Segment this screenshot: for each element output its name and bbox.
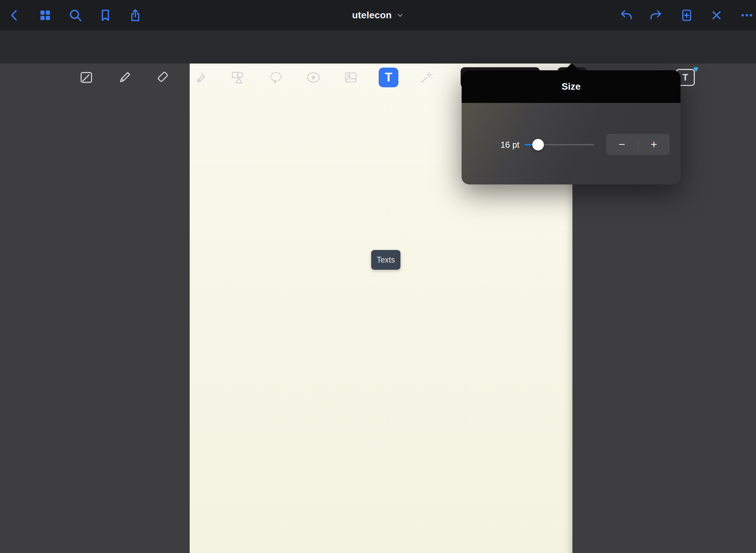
eraser-icon bbox=[155, 70, 171, 85]
more-button[interactable] bbox=[736, 4, 756, 26]
text-tool-icon: T bbox=[385, 71, 392, 84]
close-button[interactable] bbox=[706, 4, 727, 26]
page-thumbnails-button[interactable] bbox=[34, 4, 56, 26]
image-tool[interactable] bbox=[340, 67, 362, 88]
text-tool[interactable]: T bbox=[379, 68, 398, 87]
image-icon bbox=[343, 70, 359, 85]
back-button[interactable] bbox=[4, 4, 25, 26]
redo-button[interactable] bbox=[645, 4, 667, 26]
size-popover-header: Size bbox=[462, 70, 681, 103]
title-menu-button[interactable] bbox=[396, 12, 404, 19]
increase-size-button[interactable]: + bbox=[638, 134, 670, 155]
undo-button[interactable] bbox=[615, 4, 637, 26]
size-popover: Size 16 pt − + bbox=[462, 70, 681, 184]
size-stepper: − + bbox=[606, 134, 670, 155]
share-button[interactable] bbox=[124, 4, 146, 26]
search-icon bbox=[68, 8, 83, 23]
more-ellipsis-icon bbox=[740, 8, 754, 22]
size-popover-body: 16 pt − + bbox=[462, 103, 681, 184]
thumbnails-grid-icon bbox=[38, 8, 52, 22]
elements-tool[interactable] bbox=[303, 67, 324, 88]
decrease-size-button[interactable]: − bbox=[606, 134, 638, 155]
add-page-icon bbox=[680, 8, 694, 22]
lasso-tool[interactable] bbox=[265, 67, 287, 88]
eraser-tool[interactable] bbox=[152, 67, 174, 88]
reader-mode-tool[interactable] bbox=[75, 67, 97, 88]
highlighter-tool[interactable] bbox=[190, 67, 211, 88]
pen-tool[interactable] bbox=[114, 67, 136, 88]
popover-arrow bbox=[564, 63, 580, 71]
lasso-icon bbox=[268, 70, 284, 85]
top-navigation-bar: utelecon bbox=[0, 0, 756, 31]
tool-bar: T HiraginoSans-... 16 T ♥ bbox=[0, 31, 756, 64]
favorite-heart-icon: ♥ bbox=[693, 65, 699, 73]
add-page-button[interactable] bbox=[676, 4, 698, 26]
search-button[interactable] bbox=[65, 4, 86, 26]
elements-star-icon bbox=[306, 70, 321, 85]
undo-icon bbox=[619, 8, 633, 22]
chevron-left-icon bbox=[8, 8, 21, 22]
pen-icon bbox=[117, 70, 133, 85]
size-popover-title: Size bbox=[562, 81, 581, 92]
shapes-tool[interactable] bbox=[227, 67, 248, 88]
text-style-t-glyph: T bbox=[683, 73, 688, 82]
redo-icon bbox=[649, 8, 663, 22]
size-slider[interactable] bbox=[525, 139, 594, 151]
reader-mode-icon bbox=[79, 70, 94, 85]
close-icon bbox=[710, 8, 723, 22]
share-icon bbox=[128, 8, 143, 23]
bookmark-icon bbox=[98, 8, 113, 22]
slider-knob[interactable] bbox=[532, 139, 544, 150]
shapes-icon bbox=[230, 70, 245, 85]
size-value-label: 16 pt bbox=[475, 139, 519, 150]
chevron-down-icon bbox=[396, 12, 404, 19]
canvas-text-object[interactable]: Texts bbox=[371, 250, 400, 270]
laser-pointer-icon bbox=[419, 70, 434, 85]
laser-pointer-tool[interactable] bbox=[416, 67, 437, 88]
highlighter-icon bbox=[193, 70, 208, 85]
bookmark-button[interactable] bbox=[94, 4, 116, 26]
document-title[interactable]: utelecon bbox=[352, 10, 392, 21]
